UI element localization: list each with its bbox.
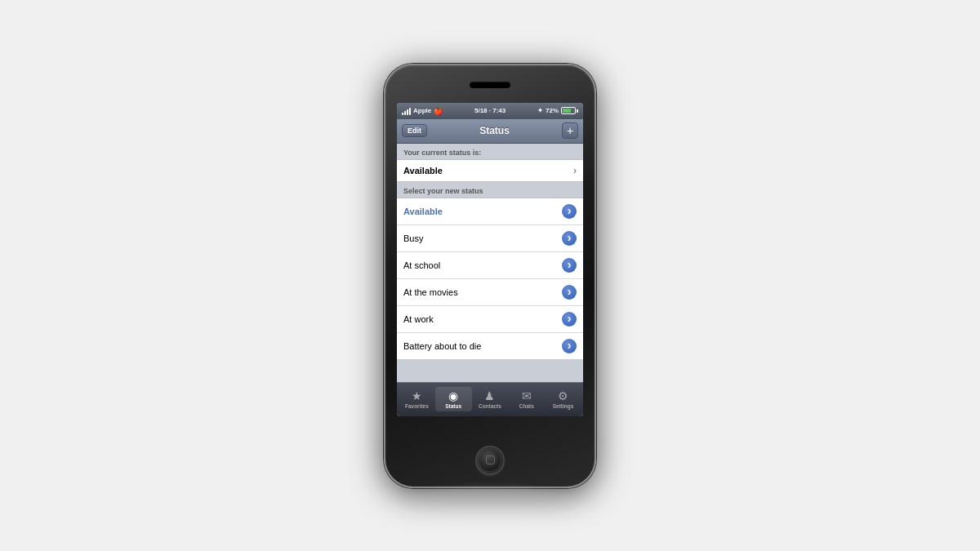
speaker bbox=[470, 82, 510, 88]
battery-indicator bbox=[561, 107, 578, 114]
signal-bar-4 bbox=[409, 108, 411, 115]
tab-item-chats[interactable]: ✉Chats bbox=[508, 387, 545, 411]
tab-item-favorites[interactable]: ★Favorites bbox=[399, 387, 435, 411]
status-item-label: At work bbox=[403, 314, 434, 324]
status-list-item[interactable]: Available bbox=[397, 198, 583, 225]
signal-bar-1 bbox=[402, 113, 403, 115]
nav-title: Status bbox=[479, 125, 510, 136]
chats-icon: ✉ bbox=[522, 389, 532, 402]
screen-bezel: Apple 🍎 5/18 · 7:43 ✦ 72% bbox=[397, 103, 583, 416]
carrier-label: Apple bbox=[413, 107, 431, 114]
current-status-cell[interactable]: Available › bbox=[397, 159, 583, 182]
home-button[interactable] bbox=[475, 446, 505, 475]
tab-bar: ★Favorites◉Status♟Contacts✉Chats⚙Setting… bbox=[397, 382, 583, 416]
status-item-arrow bbox=[562, 204, 577, 219]
content-area: Your current status is: Available › Sele… bbox=[397, 144, 583, 382]
nav-bar: Edit Status + bbox=[397, 119, 583, 144]
status-bar-left: Apple 🍎 bbox=[402, 107, 443, 115]
status-list: AvailableBusyAt schoolAt the moviesAt wo… bbox=[397, 198, 583, 359]
battery-tip bbox=[577, 109, 578, 113]
new-status-header: Select your new status bbox=[397, 182, 583, 198]
bluetooth-icon: ✦ bbox=[537, 107, 543, 114]
tab-label-status: Status bbox=[445, 403, 461, 409]
phone-body: Apple 🍎 5/18 · 7:43 ✦ 72% bbox=[384, 64, 596, 488]
status-bar: Apple 🍎 5/18 · 7:43 ✦ 72% bbox=[397, 103, 583, 119]
tab-label-settings: Settings bbox=[553, 403, 574, 409]
current-status-header: Your current status is: bbox=[397, 144, 583, 159]
status-item-label: Available bbox=[403, 207, 443, 216]
status-item-arrow bbox=[562, 231, 577, 246]
screen: Apple 🍎 5/18 · 7:43 ✦ 72% bbox=[397, 103, 583, 416]
status-list-item[interactable]: At school bbox=[397, 252, 583, 279]
tab-item-settings[interactable]: ⚙Settings bbox=[545, 387, 581, 411]
battery-pct: 72% bbox=[546, 107, 559, 114]
status-item-arrow bbox=[562, 258, 577, 273]
apple-icon: 🍎 bbox=[434, 107, 443, 115]
status-item-label: Battery about to die bbox=[403, 341, 481, 351]
battery-body bbox=[561, 107, 576, 114]
status-item-label: Busy bbox=[403, 233, 423, 243]
status-list-item[interactable]: At work bbox=[397, 306, 583, 333]
battery-fill bbox=[563, 109, 571, 113]
home-button-square bbox=[486, 455, 495, 464]
tab-label-contacts: Contacts bbox=[479, 403, 501, 409]
status-item-arrow bbox=[562, 339, 577, 353]
phone-device: Apple 🍎 5/18 · 7:43 ✦ 72% bbox=[384, 64, 596, 488]
datetime-label: 5/18 · 7:43 bbox=[474, 107, 506, 114]
add-button[interactable]: + bbox=[562, 122, 578, 139]
status-item-label: At the movies bbox=[403, 287, 458, 297]
favorites-icon: ★ bbox=[412, 389, 422, 402]
phone-reflection bbox=[405, 488, 575, 513]
tab-item-contacts[interactable]: ♟Contacts bbox=[472, 387, 509, 411]
status-icon: ◉ bbox=[448, 389, 458, 402]
edit-button[interactable]: Edit bbox=[402, 124, 427, 137]
signal-bars bbox=[402, 107, 411, 115]
status-item-label: At school bbox=[403, 260, 440, 270]
status-item-arrow bbox=[562, 312, 577, 327]
status-list-item[interactable]: At the movies bbox=[397, 279, 583, 306]
settings-icon: ⚙ bbox=[558, 389, 568, 402]
current-status-value: Available bbox=[403, 166, 443, 176]
status-item-arrow bbox=[562, 285, 577, 300]
tab-label-chats: Chats bbox=[519, 403, 534, 409]
signal-bar-3 bbox=[407, 109, 408, 115]
tab-label-favorites: Favorites bbox=[405, 403, 429, 409]
status-list-item[interactable]: Battery about to die bbox=[397, 333, 583, 359]
contacts-icon: ♟ bbox=[484, 389, 495, 402]
chevron-icon: › bbox=[573, 165, 577, 176]
signal-bar-2 bbox=[404, 111, 406, 115]
home-button-inner bbox=[479, 449, 501, 472]
status-list-item[interactable]: Busy bbox=[397, 225, 583, 252]
status-bar-right: ✦ 72% bbox=[537, 107, 578, 114]
tab-item-status[interactable]: ◉Status bbox=[435, 387, 472, 411]
